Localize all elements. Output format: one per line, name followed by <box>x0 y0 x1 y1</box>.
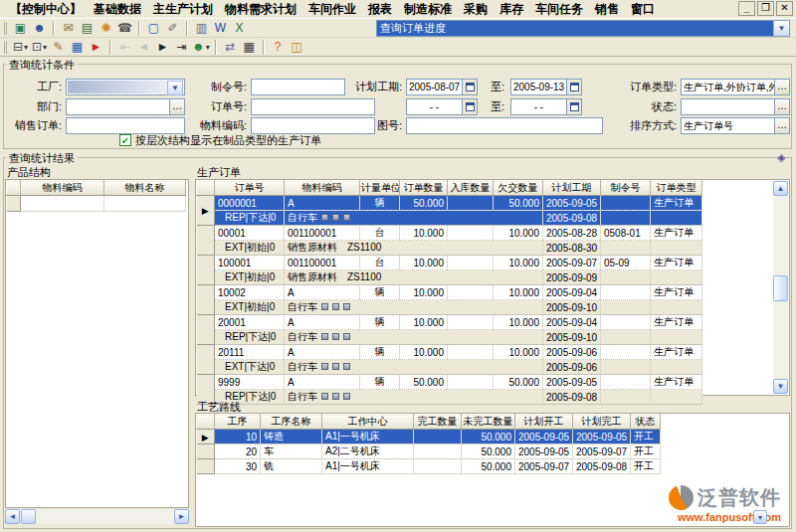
excel-button[interactable]: X <box>230 20 249 37</box>
edit-button[interactable]: ✎ <box>49 39 68 56</box>
scrollbar-thumb[interactable] <box>21 509 36 524</box>
vertical-scrollbar[interactable]: ▲ ▼ <box>773 181 788 394</box>
column-header[interactable]: 物料编码 <box>21 181 104 196</box>
menu-item-10[interactable]: 车间任务 <box>529 0 589 19</box>
dept-field[interactable]: … <box>66 98 185 115</box>
column-header[interactable]: 物料编码 <box>285 181 360 196</box>
status-input[interactable] <box>681 98 775 115</box>
column-header[interactable]: 计划工期 <box>543 181 601 196</box>
export-button[interactable]: ► <box>87 39 105 56</box>
scroll-corner-button[interactable]: ▾ <box>753 510 767 524</box>
toolbar-grip-2[interactable] <box>4 41 7 54</box>
date2-from-field[interactable]: - - <box>406 98 478 115</box>
print-preview-button[interactable]: ⊡▾ <box>30 39 49 56</box>
print-button[interactable]: ⊟▾ <box>11 39 30 56</box>
calendar-button[interactable] <box>567 79 582 95</box>
ellipsis-button[interactable]: … <box>775 117 790 134</box>
column-header[interactable]: 欠交数量 <box>494 181 543 196</box>
menu-item-4[interactable]: 物料需求计划 <box>219 0 302 19</box>
status-field[interactable]: … <box>681 98 790 115</box>
column-header[interactable]: 物料名称 <box>104 181 186 196</box>
ellipsis-button[interactable]: … <box>775 79 790 95</box>
route-row[interactable]: ▶10铸造A1|一号机床50.0002005-09-052005-09-05开工 <box>197 430 661 444</box>
sort-field[interactable]: 生产订单号 … <box>681 117 790 134</box>
next-record-button[interactable]: ► <box>153 39 172 56</box>
plan-to-field[interactable]: 2005-09-13 <box>510 79 582 95</box>
ellipsis-button[interactable]: … <box>170 98 185 115</box>
order-type-field[interactable]: 生产订单,外协订单,外… … <box>681 79 790 95</box>
order-subrow[interactable]: REP|下达|0自行车2005-09-08 <box>197 390 702 405</box>
horizontal-scrollbar[interactable]: ◄ ► <box>5 509 189 524</box>
order-row[interactable]: 20111A辆10.00010.0002005-09-06生产订单 <box>197 345 702 360</box>
chart-edit-button[interactable]: ▤ <box>78 20 97 37</box>
menu-item-7[interactable]: 制造标准 <box>398 0 458 19</box>
walker-button[interactable]: ☻▾ <box>191 39 211 56</box>
calendar-button[interactable] <box>567 98 582 115</box>
help-button[interactable]: ? <box>269 39 288 56</box>
cmd-no-input[interactable] <box>251 79 345 95</box>
menu-item-11[interactable]: 销售 <box>589 0 625 19</box>
phone-button[interactable]: ☎ <box>115 20 134 37</box>
column-header[interactable]: 计划完工 <box>573 415 631 430</box>
column-header[interactable]: 订单号 <box>215 181 285 196</box>
order-row[interactable]: ▶0000001A辆50.00050.0002005-09-05生产订单 <box>197 196 702 211</box>
date2-to-field[interactable]: - - <box>510 98 582 115</box>
word-button[interactable]: W <box>211 20 230 37</box>
column-header[interactable]: 订单数量 <box>400 181 448 196</box>
order-row[interactable]: 00001001100001台10.00010.0002005-08-28050… <box>197 226 702 241</box>
column-header[interactable]: 工序名称 <box>261 415 322 430</box>
scrollbar-thumb[interactable] <box>773 275 788 301</box>
exit-button[interactable]: ◫ <box>288 39 306 56</box>
plan-to-value[interactable]: 2005-09-13 <box>510 79 567 95</box>
date2-from-value[interactable]: - - <box>406 98 463 115</box>
close-button[interactable]: ✕ <box>776 1 793 16</box>
column-header[interactable]: 制令号 <box>601 181 651 196</box>
chevron-down-icon[interactable]: ▼ <box>167 81 183 95</box>
order-row[interactable]: 100001001100001台10.00010.0002005-09-0705… <box>197 256 702 270</box>
factory-select[interactable]: ▼ <box>66 79 185 95</box>
minimize-button[interactable]: _ <box>738 1 755 16</box>
scroll-left-button[interactable]: ◄ <box>5 509 20 524</box>
route-row[interactable]: 20车A2|二号机床50.0002005-09-052005-09-07开工 <box>197 444 661 459</box>
column-header[interactable]: 状态 <box>631 415 661 430</box>
calendar-button[interactable] <box>463 98 478 115</box>
menu-item-8[interactable]: 采购 <box>458 0 494 19</box>
table-row[interactable] <box>7 196 186 212</box>
column-header[interactable]: 订单类型 <box>651 181 702 196</box>
drawing-input[interactable] <box>406 117 603 134</box>
column-header[interactable]: 工序 <box>215 415 261 430</box>
restore-button[interactable]: ❐ <box>757 1 774 16</box>
sales-order-input[interactable] <box>66 117 185 134</box>
chevron-down-icon[interactable]: ▼ <box>773 21 789 36</box>
scroll-up-button[interactable]: ▲ <box>773 181 788 196</box>
order-subrow[interactable]: REP|下达|0自行车2005-09-08 <box>197 211 702 226</box>
order-subrow[interactable]: EXT|初始|0销售原材料ZS11002005-09-09 <box>197 270 702 285</box>
order-subrow[interactable]: EXT|初始|0销售原材料ZS11002005-08-30 <box>197 241 702 256</box>
column-header[interactable]: 工作中心 <box>322 415 414 430</box>
report-selector[interactable]: 查询订单进度 ▼ <box>376 20 790 37</box>
column-header[interactable]: 未完工数量 <box>462 415 515 430</box>
toolbar-grip[interactable] <box>4 22 7 35</box>
column-header[interactable]: 完工数量 <box>414 415 462 430</box>
calculator-button[interactable]: ▦ <box>240 39 259 56</box>
dept-input[interactable] <box>66 98 170 115</box>
order-row[interactable]: 10002A辆10.00010.0002005-09-04生产订单 <box>197 285 702 300</box>
report-doc-button[interactable]: ▥ <box>192 20 211 37</box>
monitor-button[interactable]: ▢ <box>144 20 163 37</box>
order-type-value[interactable]: 生产订单,外协订单,外… <box>681 79 775 95</box>
route-row[interactable]: 30铣A1|一号机床50.0002005-09-072005-09-08开工 <box>197 459 661 474</box>
scroll-down-button[interactable]: ▼ <box>773 379 788 394</box>
link-records-button[interactable]: ⇄ <box>221 39 240 56</box>
menu-item-6[interactable]: 报表 <box>362 0 398 19</box>
ellipsis-button[interactable]: … <box>775 98 790 115</box>
snapshot-button[interactable]: ▣ <box>11 20 30 37</box>
menu-item-2[interactable]: 基础数据 <box>88 0 147 19</box>
date2-to-value[interactable]: - - <box>510 98 567 115</box>
column-header[interactable]: 计划开工 <box>515 415 573 430</box>
order-no-input[interactable] <box>251 98 375 115</box>
scroll-right-button[interactable]: ► <box>174 509 189 524</box>
calendar-button[interactable] <box>463 79 478 95</box>
menu-item-5[interactable]: 车间作业 <box>302 0 362 19</box>
plan-from-field[interactable]: 2005-08-07 <box>406 79 478 95</box>
menu-item-1[interactable]: 【控制中心】 <box>4 0 88 19</box>
